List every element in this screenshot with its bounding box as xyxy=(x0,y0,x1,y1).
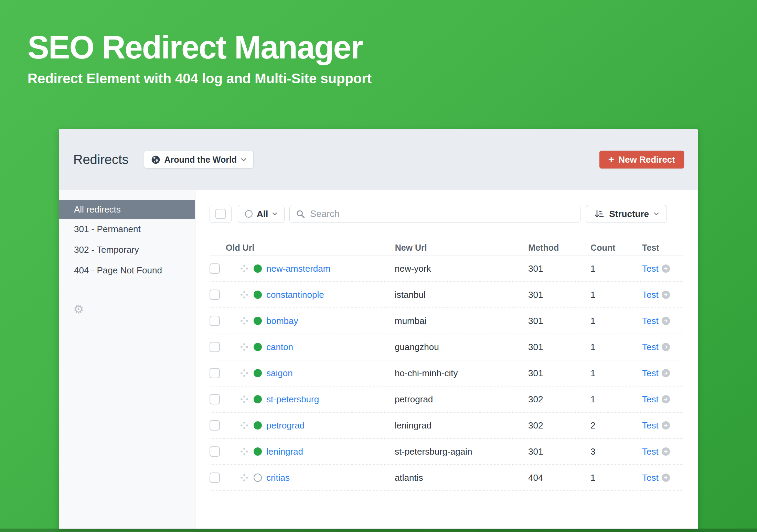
old-url-cell: st-petersburg xyxy=(254,394,395,405)
column-header-method: Method xyxy=(528,243,590,253)
test-link-label[interactable]: Test xyxy=(642,342,659,352)
test-link-label[interactable]: Test xyxy=(642,473,659,483)
count-value: 1 xyxy=(590,394,642,405)
old-url-link[interactable]: bombay xyxy=(266,316,298,326)
old-url-link[interactable]: petrograd xyxy=(266,420,305,431)
drag-handle[interactable] xyxy=(240,264,254,273)
drag-handle[interactable] xyxy=(240,290,254,299)
drag-handle[interactable] xyxy=(240,369,254,378)
column-header-new-url: New Url xyxy=(395,243,529,253)
test-go-arrow-icon[interactable] xyxy=(662,395,670,403)
test-go-arrow-icon[interactable] xyxy=(662,317,670,325)
sidebar-item-label: 301 - Permanent xyxy=(74,224,141,235)
sidebar-item[interactable]: 302 - Temporary xyxy=(59,239,195,260)
method-value: 301 xyxy=(528,446,590,457)
structure-sort-dropdown[interactable]: Structure xyxy=(586,205,667,223)
row-checkbox-cell xyxy=(210,420,240,431)
panel-title: Redirects xyxy=(73,152,129,167)
sidebar-item[interactable]: 301 - Permanent xyxy=(59,219,195,239)
method-value: 404 xyxy=(528,473,590,483)
count-value: 3 xyxy=(590,446,642,457)
old-url-link[interactable]: leningrad xyxy=(266,446,303,457)
sidebar-item[interactable]: 404 - Page Not Found xyxy=(59,260,195,281)
row-checkbox-cell xyxy=(210,368,240,378)
test-link-label[interactable]: Test xyxy=(642,368,659,379)
row-checkbox[interactable] xyxy=(210,316,220,326)
sidebar-item-label: 302 - Temporary xyxy=(74,245,139,255)
row-checkbox-cell xyxy=(210,342,240,352)
test-go-arrow-icon[interactable] xyxy=(662,474,670,482)
site-selector-button[interactable]: Around the World xyxy=(144,151,254,169)
test-link-label[interactable]: Test xyxy=(642,263,659,274)
row-checkbox[interactable] xyxy=(210,473,220,483)
test-cell: Test xyxy=(642,368,683,379)
drag-handle-icon xyxy=(240,316,249,325)
status-dot xyxy=(254,369,262,377)
drag-handle-icon xyxy=(240,447,249,456)
test-link-label[interactable]: Test xyxy=(642,446,659,457)
old-url-link[interactable]: critias xyxy=(266,473,290,483)
sidebar-item[interactable]: All redirects xyxy=(59,200,195,219)
drag-handle-icon xyxy=(240,473,249,482)
test-link-label[interactable]: Test xyxy=(642,290,659,300)
test-cell: Test xyxy=(642,394,683,405)
plus-icon: + xyxy=(608,154,615,164)
status-filter-dropdown[interactable]: All xyxy=(238,205,285,223)
select-all-button[interactable] xyxy=(210,205,232,223)
test-go-arrow-icon[interactable] xyxy=(662,343,670,351)
row-checkbox[interactable] xyxy=(210,394,220,404)
method-value: 302 xyxy=(528,420,590,431)
old-url-link[interactable]: saigon xyxy=(266,368,293,379)
old-url-cell: leningrad xyxy=(254,446,395,457)
test-link-label[interactable]: Test xyxy=(642,420,659,431)
gear-icon[interactable]: ⚙ xyxy=(73,303,84,315)
select-all-checkbox[interactable] xyxy=(215,209,226,219)
sidebar: All redirects 301 - Permanent 302 - Temp… xyxy=(59,190,195,529)
drag-handle[interactable] xyxy=(240,447,254,456)
drag-handle[interactable] xyxy=(240,316,254,325)
new-url-text: istanbul xyxy=(395,290,528,300)
drag-handle[interactable] xyxy=(240,421,254,430)
table-header-row: Old Url New Url Method Count Test xyxy=(210,240,683,256)
test-link-label[interactable]: Test xyxy=(642,394,659,405)
drag-handle-icon xyxy=(240,369,249,378)
old-url-link[interactable]: new-amsterdam xyxy=(266,263,330,274)
row-checkbox[interactable] xyxy=(210,263,220,274)
old-url-link[interactable]: constantinople xyxy=(266,290,324,300)
test-cell: Test xyxy=(642,446,683,457)
search-input[interactable] xyxy=(310,209,574,219)
test-go-arrow-icon[interactable] xyxy=(662,369,670,377)
test-go-arrow-icon[interactable] xyxy=(662,291,670,299)
test-go-arrow-icon[interactable] xyxy=(662,421,670,430)
test-go-arrow-icon[interactable] xyxy=(662,447,670,456)
new-redirect-button[interactable]: + New Redirect xyxy=(599,151,684,169)
row-checkbox[interactable] xyxy=(210,368,220,378)
structure-sort-label: Structure xyxy=(609,209,649,219)
column-header-old-url: Old Url xyxy=(210,243,395,253)
old-url-link[interactable]: canton xyxy=(266,342,293,352)
sort-structure-icon xyxy=(594,209,604,219)
test-go-arrow-icon[interactable] xyxy=(662,264,670,273)
site-selector-label: Around the World xyxy=(164,155,237,165)
status-dot xyxy=(254,447,262,456)
old-url-cell: bombay xyxy=(254,316,395,326)
search-field[interactable] xyxy=(289,205,580,223)
new-url-text: petrograd xyxy=(395,394,528,405)
drag-handle-icon xyxy=(240,395,249,404)
row-checkbox-cell xyxy=(210,473,240,483)
status-dot xyxy=(254,291,262,299)
old-url-link[interactable]: st-petersburg xyxy=(266,394,319,405)
table-row: canton guangzhou 301 1 Test xyxy=(210,334,683,360)
test-link-label[interactable]: Test xyxy=(642,316,659,326)
test-cell: Test xyxy=(642,420,683,431)
chevron-down-icon xyxy=(654,212,659,216)
row-checkbox[interactable] xyxy=(210,342,220,352)
row-checkbox[interactable] xyxy=(210,446,220,457)
drag-handle[interactable] xyxy=(240,395,254,404)
table-row: petrograd leningrad 302 2 Test xyxy=(210,413,683,439)
drag-handle-icon xyxy=(240,264,249,273)
row-checkbox[interactable] xyxy=(210,290,220,300)
row-checkbox[interactable] xyxy=(210,420,220,431)
drag-handle[interactable] xyxy=(240,473,254,482)
drag-handle[interactable] xyxy=(240,343,254,351)
